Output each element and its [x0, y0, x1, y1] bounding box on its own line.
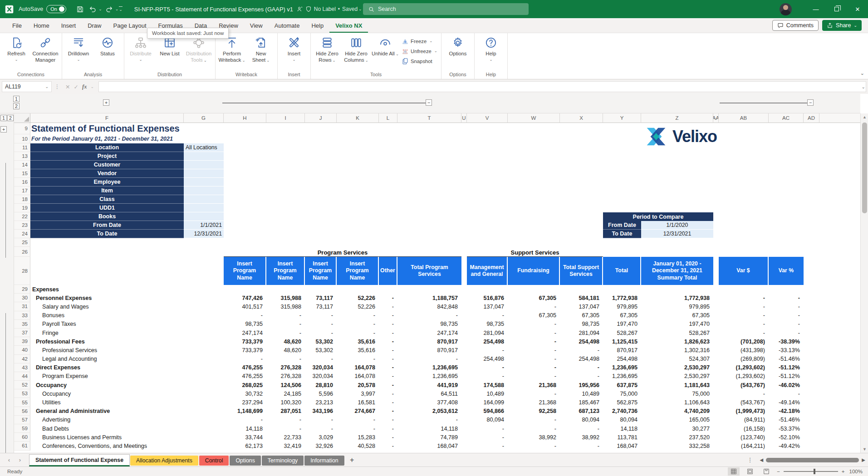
row-number[interactable]: 10 [14, 134, 30, 143]
undo-dropdown[interactable]: ⌄ [98, 7, 102, 11]
row-number[interactable]: 37 [14, 329, 30, 337]
column-header-V[interactable]: V [467, 113, 508, 123]
row-number[interactable]: 11 [14, 143, 30, 152]
row-number[interactable]: 35 [14, 320, 30, 329]
zoom-out-button[interactable]: − [777, 469, 780, 474]
hide-zero-rows-button[interactable]: Hide Zero Rows⌄ [313, 35, 342, 63]
vertical-scrollbar[interactable]: ▲ ▼ [860, 113, 868, 453]
fx-dropdown-icon[interactable]: ⌄ [90, 84, 94, 89]
insert-button[interactable]: Insert⌄ [280, 35, 309, 62]
customize-qat-button[interactable]: ⌄ [119, 6, 123, 12]
unfreeze-button[interactable]: Unfreeze⌄ [400, 47, 439, 56]
save-button[interactable] [74, 4, 85, 15]
page-layout-view-icon[interactable] [744, 467, 756, 476]
unhide-all-button[interactable]: Unhide All⌄ [371, 35, 400, 57]
row-number[interactable]: 40 [14, 346, 30, 354]
row-number[interactable]: 43 [14, 363, 30, 372]
column-header-AD[interactable]: AD [804, 113, 819, 123]
sheet-tab-information[interactable]: Information [304, 456, 344, 466]
close-button[interactable]: ✕ [847, 0, 868, 18]
perform-writeback-button[interactable]: Perform Writeback⌄ [217, 35, 246, 63]
zoom-slider-handle[interactable] [814, 469, 815, 474]
sheet-tab-options[interactable]: Options [230, 456, 260, 466]
tab-help[interactable]: Help [305, 18, 329, 33]
form-value-from-date[interactable]: 1/1/2021 [184, 221, 224, 230]
column-header-X[interactable]: X [560, 113, 603, 123]
formula-input[interactable] [98, 81, 866, 92]
row-number[interactable]: 31 [14, 302, 30, 311]
row-number[interactable]: 28 [14, 257, 30, 285]
column-group-collapse-button[interactable]: − [426, 99, 432, 106]
snapshot-button[interactable]: Snapshot [400, 57, 439, 66]
row-number[interactable]: 59 [14, 424, 30, 433]
column-header-L[interactable]: L [379, 113, 397, 123]
form-value-class[interactable] [184, 195, 224, 204]
tab-insert[interactable]: Insert [55, 18, 82, 33]
redo-button[interactable] [104, 4, 115, 15]
row-number[interactable]: 13 [14, 152, 30, 161]
row-number[interactable]: 61 [14, 442, 30, 450]
column-header-Z[interactable]: Z [641, 113, 713, 123]
hscroll-right-arrow[interactable]: ▶ [862, 457, 865, 462]
row-number[interactable]: 33 [14, 311, 30, 320]
column-header-Y[interactable]: Y [603, 113, 641, 123]
column-header-K[interactable]: K [337, 113, 379, 123]
row-number[interactable]: 19 [14, 204, 30, 212]
insert-function-icon[interactable]: fx [82, 83, 87, 90]
user-avatar[interactable] [780, 3, 792, 15]
collapse-ribbon-button[interactable]: ⌄ [860, 70, 864, 76]
column-header-I[interactable]: I [266, 113, 305, 123]
row-outline-level-1[interactable]: 1 [0, 115, 7, 121]
page-break-view-icon[interactable] [760, 467, 772, 476]
row-number[interactable]: 26 [14, 247, 30, 257]
sheet-tab-allocation-adjustments[interactable]: Allocation Adjustments [130, 456, 198, 466]
form-value-books[interactable] [184, 212, 224, 221]
row-number[interactable]: 23 [14, 221, 30, 230]
search-input[interactable]: Search [363, 3, 529, 15]
zoom-in-button[interactable]: + [842, 469, 845, 474]
help-button[interactable]: Help⌄ [476, 35, 505, 62]
form-value-item[interactable] [184, 186, 224, 195]
cancel-entry-icon[interactable]: ✕ [65, 83, 70, 90]
row-number[interactable]: 53 [14, 389, 30, 398]
formula-bar-handle[interactable]: ⋮ [54, 83, 61, 90]
row-number[interactable]: 18 [14, 195, 30, 204]
column-header-W[interactable]: W [508, 113, 560, 123]
column-header-AA[interactable]: AA [713, 113, 719, 123]
row-number[interactable]: 56 [14, 407, 30, 416]
column-header-J[interactable]: J [305, 113, 337, 123]
scroll-down-arrow[interactable]: ▼ [861, 446, 868, 453]
row-number[interactable]: 14 [14, 161, 30, 169]
restore-button[interactable] [826, 0, 847, 18]
save-status-dropdown[interactable]: ⌄ [358, 7, 362, 11]
expand-formula-bar-icon[interactable]: ⌄ [862, 84, 865, 89]
undo-button[interactable] [87, 4, 98, 15]
row-number[interactable]: 9 [14, 123, 30, 134]
sheet-tab-control[interactable]: Control [199, 456, 229, 466]
row-number[interactable]: 15 [14, 169, 30, 178]
add-sheet-button[interactable]: + [345, 453, 359, 466]
redo-dropdown[interactable]: ⌄ [115, 7, 119, 11]
tab-bar-options-handle[interactable]: ⋮ [747, 456, 754, 463]
scroll-up-arrow[interactable]: ▲ [861, 113, 868, 121]
row-number[interactable]: 17 [14, 186, 30, 195]
comments-button[interactable]: Comments [772, 20, 819, 31]
column-header-U[interactable]: U [461, 113, 467, 123]
column-outline-level-1[interactable]: 1 [13, 96, 20, 102]
form-value-vendor[interactable] [184, 169, 224, 178]
zoom-slider[interactable]: − + [777, 469, 844, 474]
name-box[interactable]: AL119⌄ [2, 81, 52, 92]
tab-page-layout[interactable]: Page Layout [108, 18, 152, 33]
column-header-F[interactable]: F [30, 113, 184, 123]
row-number[interactable]: 39 [14, 337, 30, 346]
hscroll-left-arrow[interactable]: ◀ [760, 457, 764, 462]
column-outline-level-2[interactable]: 2 [13, 103, 20, 109]
hide-zero-columns-button[interactable]: Hide Zero Columns⌄ [342, 35, 371, 63]
column-header-G[interactable]: G [184, 113, 224, 123]
row-number[interactable]: 29 [14, 285, 30, 294]
row-number[interactable]: 24 [14, 230, 30, 238]
tab-draw[interactable]: Draw [82, 18, 107, 33]
normal-view-icon[interactable] [728, 467, 740, 476]
new-sheet-button[interactable]: New Sheet⌄ [246, 35, 275, 63]
horizontal-scroll-thumb[interactable] [766, 458, 859, 462]
